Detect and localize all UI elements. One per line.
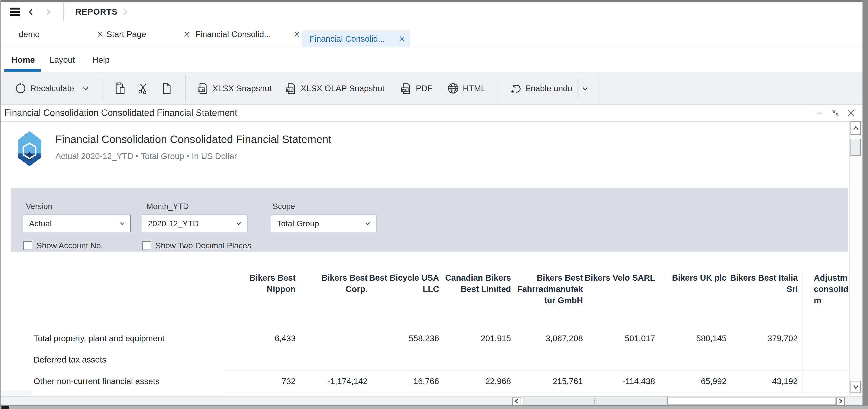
grid-row-separator (224, 392, 848, 393)
grid-row-separator (224, 349, 848, 349)
table-cell[interactable]: 732 (224, 370, 296, 392)
table-cell[interactable]: 43,192 (726, 370, 798, 392)
app-window: REPORTS demo Start Page Financial Consol… (0, 0, 868, 409)
vertical-scrollbar-thumb[interactable] (850, 139, 861, 156)
financial-statement-grid: Bikers Best NipponBikers Best Corp.Best … (0, 0, 848, 396)
row-label[interactable]: Other non-current financial assets (34, 370, 221, 392)
table-cell[interactable]: 201,915 (439, 328, 511, 349)
grid-column-border (222, 271, 222, 395)
column-header[interactable]: Bikers Best Italia Srl (687, 272, 798, 295)
chevron-right-icon (838, 398, 843, 404)
table-cell[interactable]: 16,766 (367, 370, 439, 392)
window-frame-top (0, 0, 868, 2)
chevron-up-icon (852, 125, 859, 131)
table-cell[interactable]: 22,968 (439, 370, 511, 392)
horizontal-scrollbar-thumb[interactable] (523, 397, 668, 406)
table-cell[interactable]: 65,992 (655, 370, 726, 392)
window-frame-bottom (0, 405, 868, 409)
scroll-left-button[interactable] (512, 397, 521, 405)
chevron-down-icon (852, 384, 859, 390)
window-frame-chip (1, 406, 9, 409)
table-cell[interactable]: 379,702 (726, 328, 798, 349)
grid-corner-pad (1, 390, 32, 397)
table-cell[interactable]: 558,236 (367, 328, 439, 349)
table-cell[interactable]: -1,174,142 (296, 370, 368, 392)
scroll-right-button[interactable] (836, 397, 845, 405)
table-cell[interactable]: 3,067,208 (511, 328, 583, 349)
grip-icon (593, 398, 597, 405)
chevron-left-icon (514, 398, 519, 404)
window-frame-right (863, 0, 868, 409)
window-frame-left (0, 0, 1, 409)
row-label[interactable]: Deferred tax assets (34, 349, 221, 370)
column-header[interactable]: Adjustme consolid m (814, 272, 848, 306)
table-cell[interactable]: 6,433 (224, 328, 296, 349)
table-cell[interactable]: 580,145 (655, 328, 726, 349)
row-label[interactable]: Total property, plant and equipment (34, 328, 221, 349)
scroll-down-button[interactable] (850, 381, 861, 393)
grid-column-border (802, 271, 803, 395)
scroll-up-button[interactable] (850, 121, 861, 135)
vertical-scrollbar-track[interactable] (849, 122, 863, 396)
table-cell[interactable]: -114,438 (583, 370, 655, 392)
table-cell[interactable]: 501,017 (583, 328, 655, 349)
table-cell[interactable]: 215,761 (511, 370, 583, 392)
